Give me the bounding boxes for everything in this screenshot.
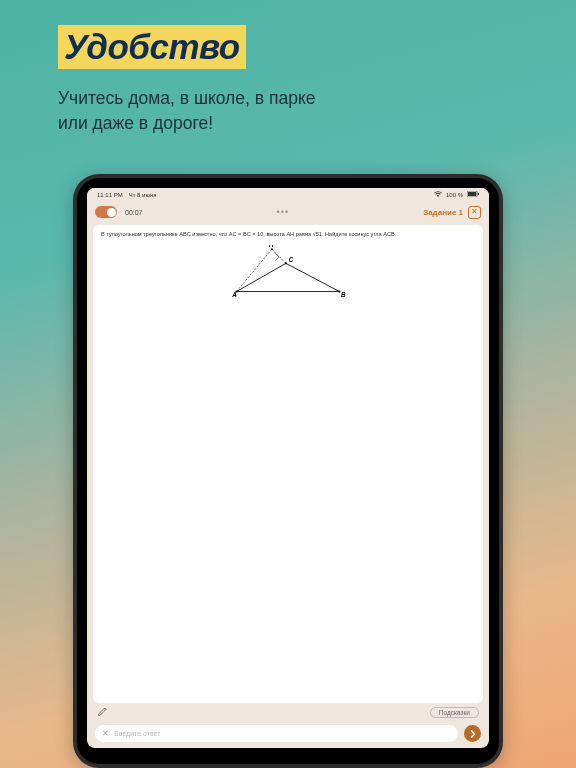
svg-line-4: [237, 263, 286, 291]
answer-row: ✕ Введите ответ: [87, 722, 489, 748]
app-bar: 00:07 ••• Задание 1 ✕: [87, 201, 489, 223]
vertex-A: A: [231, 291, 237, 298]
battery-percent: 100 %: [446, 192, 463, 198]
svg-point-11: [271, 248, 273, 250]
wifi-icon: [434, 191, 442, 198]
pencil-icon[interactable]: [97, 706, 108, 719]
promo-subhead: Учитесь дома, в школе, в парке или даже …: [58, 86, 315, 135]
svg-rect-1: [468, 192, 476, 196]
clear-icon[interactable]: ✕: [102, 729, 109, 738]
svg-point-10: [285, 262, 287, 264]
problem-text: В тупоугольном треугольнике ABC известно…: [101, 231, 475, 239]
subhead-line1: Учитесь дома, в школе, в парке: [58, 88, 315, 108]
tablet-bezel: 11:11 PM Чт 8 июня 100 % 00:07: [77, 178, 499, 764]
timer: 00:07: [125, 209, 143, 216]
triangle-figure: A B C H: [228, 245, 348, 304]
vertex-B: B: [341, 291, 346, 298]
hints-button[interactable]: Подсказки: [430, 707, 479, 718]
answer-input[interactable]: ✕ Введите ответ: [95, 725, 458, 742]
subhead-line2: или даже в дороге!: [58, 113, 213, 133]
mode-toggle[interactable]: [95, 206, 117, 218]
problem-card: В тупоугольном треугольнике ABC известно…: [93, 225, 483, 703]
status-bar: 11:11 PM Чт 8 июня 100 %: [87, 188, 489, 201]
svg-line-6: [237, 249, 272, 291]
promo-headline: Удобство: [58, 25, 246, 69]
submit-button[interactable]: [464, 725, 481, 742]
vertex-H: H: [269, 245, 274, 248]
answer-placeholder: Введите ответ: [114, 730, 160, 737]
close-button[interactable]: ✕: [468, 206, 481, 219]
svg-line-5: [286, 263, 340, 291]
tablet-frame: 11:11 PM Чт 8 июня 100 % 00:07: [73, 174, 503, 768]
hint-row: Подсказки: [87, 703, 489, 722]
svg-rect-2: [478, 193, 479, 195]
app-screen: 11:11 PM Чт 8 июня 100 % 00:07: [87, 188, 489, 748]
task-label: Задание 1: [423, 208, 463, 217]
svg-line-7: [272, 249, 286, 263]
status-date: Чт 8 июня: [129, 192, 157, 198]
battery-icon: [467, 191, 479, 198]
more-menu-icon[interactable]: •••: [277, 207, 289, 217]
vertex-C: C: [289, 255, 294, 262]
status-time: 11:11 PM: [97, 192, 123, 198]
